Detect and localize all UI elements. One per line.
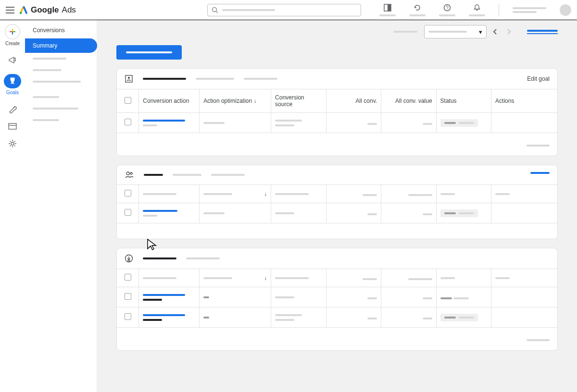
svg-point-7 [11, 142, 14, 145]
table-row[interactable] [117, 287, 557, 307]
col-header[interactable] [271, 269, 326, 287]
col-header[interactable] [326, 185, 381, 203]
plus-icon [9, 28, 16, 36]
col-header[interactable] [436, 269, 491, 287]
appearance-icon[interactable] [379, 4, 396, 16]
sidebar-item[interactable] [25, 64, 97, 76]
rail-item-billing[interactable] [8, 123, 17, 130]
card-icon [8, 123, 17, 130]
sidebar-item[interactable] [25, 114, 97, 126]
table-row[interactable] [117, 307, 557, 328]
col-header[interactable] [436, 185, 491, 203]
rail-item-campaigns[interactable] [8, 56, 17, 64]
col-header[interactable] [491, 185, 557, 203]
col-action-optimization[interactable]: Action optimization ↓ [200, 89, 271, 113]
segment-link[interactable] [527, 30, 558, 34]
col-header[interactable] [139, 185, 200, 203]
col-header[interactable] [326, 269, 381, 287]
status-chip [440, 209, 478, 217]
edit-goal-link[interactable]: Edit goal [527, 75, 550, 82]
conversion-action-link[interactable] [143, 314, 195, 316]
row-checkbox[interactable] [125, 293, 131, 300]
product-name-2: Ads [62, 5, 76, 15]
status-chip [440, 314, 478, 321]
caret-down-icon: ▾ [479, 28, 482, 36]
col-header[interactable]: ↓ [200, 269, 271, 287]
col-actions[interactable]: Actions [491, 89, 557, 113]
help-icon[interactable]: ? [439, 4, 455, 16]
date-range-dropdown[interactable]: ▾ [424, 25, 487, 38]
conversion-table: ↓ [117, 184, 557, 223]
tools-icon [8, 105, 17, 113]
download-icon [125, 254, 133, 263]
conversion-action-link[interactable] [143, 210, 195, 212]
col-conversion-source[interactable]: Conversion source [271, 89, 326, 113]
col-header[interactable]: ↓ [200, 185, 271, 203]
rail-item-goals[interactable]: Goals [4, 74, 21, 95]
row-checkbox[interactable] [125, 313, 131, 320]
edit-goal-link[interactable] [530, 172, 550, 174]
col-conversion-action[interactable]: Conversion action [139, 89, 200, 113]
sidebar-item[interactable] [25, 53, 97, 64]
contact-icon [125, 74, 133, 83]
rail-item-admin[interactable] [8, 139, 17, 148]
svg-point-10 [126, 172, 129, 175]
create-label: Create [5, 41, 20, 46]
table-footer [117, 328, 557, 350]
col-all-conv[interactable]: All conv. [326, 89, 381, 113]
sidebar-item-summary[interactable]: Summary [25, 38, 97, 53]
rail-item-tools[interactable] [8, 105, 17, 113]
left-rail: Create Goals [0, 20, 25, 392]
header-actions: ? [379, 4, 571, 16]
sidebar-item[interactable] [25, 76, 97, 87]
avatar[interactable] [560, 4, 571, 16]
product-logo[interactable]: Google Ads [19, 5, 76, 15]
account-switcher[interactable] [513, 7, 546, 13]
svg-point-1 [213, 7, 217, 12]
ads-logo-icon [19, 6, 28, 14]
conversion-action-link[interactable] [143, 120, 195, 122]
sort-desc-icon: ↓ [264, 191, 267, 197]
select-all-checkbox[interactable] [117, 89, 139, 113]
table-row[interactable] [117, 113, 557, 133]
product-name-1: Google [31, 5, 59, 15]
sidebar-item[interactable] [25, 91, 97, 103]
notifications-icon[interactable] [469, 4, 485, 16]
col-all-conv-value[interactable]: All conv. value [381, 89, 437, 113]
table-row[interactable] [117, 203, 557, 223]
select-all-checkbox[interactable] [117, 185, 139, 203]
col-header[interactable] [381, 185, 437, 203]
sidebar-item[interactable] [25, 103, 97, 114]
refresh-icon[interactable] [409, 4, 426, 16]
main-content: ▾ [97, 20, 577, 392]
svg-point-0 [20, 12, 22, 14]
new-conversion-action-button[interactable] [116, 45, 182, 60]
col-status[interactable]: Status [436, 89, 491, 113]
create-button[interactable]: Create [5, 24, 20, 46]
search-icon [212, 7, 218, 13]
svg-point-9 [128, 77, 130, 79]
sidebar-item-label: Summary [33, 42, 57, 49]
conversion-action-link[interactable] [143, 294, 195, 296]
col-header[interactable] [381, 269, 437, 287]
row-checkbox[interactable] [125, 119, 131, 125]
row-checkbox[interactable] [125, 209, 131, 216]
col-header[interactable] [271, 185, 326, 203]
date-prev-button[interactable] [490, 29, 500, 35]
col-header[interactable] [139, 269, 200, 287]
table-footer [117, 133, 557, 156]
conversion-table: ↓ [117, 269, 557, 328]
date-next-button[interactable] [504, 29, 514, 35]
menu-icon[interactable] [6, 7, 14, 13]
col-header[interactable] [491, 269, 557, 287]
megaphone-icon [8, 56, 17, 64]
gear-icon [8, 139, 17, 148]
select-all-checkbox[interactable] [117, 269, 139, 287]
status-chip [440, 119, 478, 127]
svg-rect-3 [388, 4, 391, 11]
search-input[interactable] [207, 4, 361, 16]
goals-label: Goals [6, 90, 19, 95]
sidebar-section-title: Conversions [25, 20, 97, 38]
svg-rect-6 [9, 123, 16, 129]
sort-desc-icon: ↓ [253, 98, 256, 104]
